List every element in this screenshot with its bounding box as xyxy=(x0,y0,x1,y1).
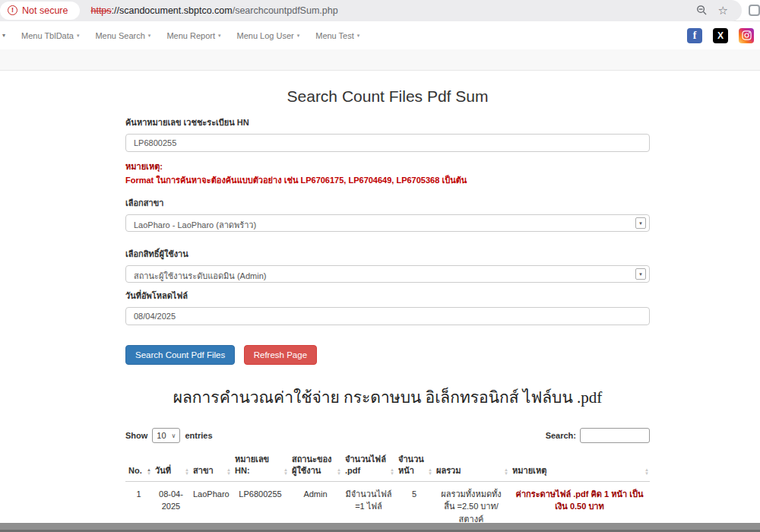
chevron-down-icon: ▾ xyxy=(218,33,221,39)
results-heading: ผลการคำนวณค่าใช้จ่าย กระดาษบน อิเล็กทรอน… xyxy=(125,385,650,410)
url-path: /searchcountpdfSum.php xyxy=(233,5,338,16)
x-twitter-icon[interactable]: X xyxy=(713,28,728,43)
nav-menu-search[interactable]: Menu Search▾ xyxy=(95,31,150,40)
security-chip[interactable]: ! Not secure xyxy=(0,2,80,20)
upload-date-input[interactable] xyxy=(125,307,650,325)
nav-label: Menu TblData xyxy=(21,31,74,40)
col-branch[interactable]: สาขา▲▼ xyxy=(190,449,232,481)
select-caret-icon: ▼ xyxy=(635,217,646,229)
chevron-down-icon: ∨ xyxy=(172,432,176,439)
upload-date-label: วันที่อัพโหลดไฟล์ xyxy=(125,289,650,302)
hn-search-label: ค้นหาหมายเลข เวชชะระเบียน HN xyxy=(125,116,650,129)
sort-icon: ▲▼ xyxy=(504,468,508,476)
chevron-down-icon: ▾ xyxy=(297,33,300,39)
sort-icon: ▲▼ xyxy=(644,468,649,476)
role-select[interactable]: สถานะผู้ใช้งานระดับแอดมิน (Admin)▼ xyxy=(125,265,650,283)
sort-icon: ▲▼ xyxy=(283,468,288,476)
col-user-status[interactable]: สถานะของผู้ใช้งาน▲▼ xyxy=(289,449,342,481)
chevron-down-icon: ▾ xyxy=(77,33,80,39)
nav-menu-tbldata[interactable]: Menu TblData▾ xyxy=(21,31,79,40)
chevron-down-icon: ▾ xyxy=(357,33,360,39)
search-count-pdf-button[interactable]: Search Count Pdf Files xyxy=(125,345,235,365)
role-select-value: สถานะผู้ใช้งานระดับแอดมิน (Admin) xyxy=(134,271,266,280)
table-search-label: Search: xyxy=(546,431,576,440)
sort-icon: ▲▼ xyxy=(147,468,151,476)
nav-label: Menu Log User xyxy=(236,31,293,40)
col-hn[interactable]: หมายเลข HN:▲▼ xyxy=(232,449,289,481)
col-pdf-count[interactable]: จำนวนไฟล์ .pdf▲▼ xyxy=(342,449,395,481)
url-scheme: https xyxy=(90,5,111,16)
col-remark[interactable]: หมายเหตุ▲▼ xyxy=(509,449,650,481)
role-select-label: เลือกสิทธิ์ผู้ใช้งาน xyxy=(125,247,650,261)
branch-select[interactable]: LaoPharo - LaoPharo (ลาดพร้าว)▼ xyxy=(125,214,650,232)
extension-icon[interactable] xyxy=(749,5,760,16)
nav-menu-report[interactable]: Menu Report▾ xyxy=(166,31,220,40)
browser-toolbar: ! Not secure https://scandocument.sbptco… xyxy=(0,0,760,21)
not-secure-warning-icon: ! xyxy=(8,5,17,15)
datatable-controls: Show 10∨ entries Search: xyxy=(125,428,650,443)
url-host: ://scandocument.sbptco.com xyxy=(112,5,233,16)
sort-icon: ▲▼ xyxy=(185,468,189,476)
refresh-page-button[interactable]: Refresh Page xyxy=(244,345,317,365)
show-label: Show xyxy=(125,431,147,440)
col-date[interactable]: วันที่▲▼ xyxy=(152,449,190,481)
nav-menu-test[interactable]: Menu Test▾ xyxy=(315,31,359,40)
col-no[interactable]: No.▲▼ xyxy=(125,449,152,481)
col-total[interactable]: ผลรวม▲▼ xyxy=(433,449,509,481)
select-caret-icon: ▼ xyxy=(635,268,646,280)
nav-label: Menu Report xyxy=(166,31,215,40)
page-url: https://scandocument.sbptco.com/searchco… xyxy=(90,5,337,16)
nav-menu-log-user[interactable]: Menu Log User▾ xyxy=(236,31,299,40)
branch-select-label: เลือกสาขา xyxy=(125,196,650,210)
site-navbar: ▾ Menu TblData▾ Menu Search▾ Menu Report… xyxy=(0,21,760,49)
address-bar[interactable]: ! Not secure https://scandocument.sbptco… xyxy=(0,0,742,21)
nav-label: Menu Test xyxy=(315,31,354,40)
security-badge-label: Not secure xyxy=(22,5,68,16)
zoom-out-icon[interactable] xyxy=(696,5,708,16)
col-page-count[interactable]: จำนวนหน้า▲▼ xyxy=(395,449,433,481)
header-band xyxy=(0,49,760,71)
branch-select-value: LaoPharo - LaoPharo (ลาดพร้าว) xyxy=(134,220,256,230)
main-content: Search Count Files Pdf Sum ค้นหาหมายเลข … xyxy=(125,87,650,532)
table-search-input[interactable] xyxy=(580,428,650,443)
page-length-select[interactable]: 10∨ xyxy=(152,428,180,443)
nav-label: Menu Search xyxy=(95,31,144,40)
sort-icon: ▲▼ xyxy=(337,468,341,476)
bookmark-star-icon[interactable]: ☆ xyxy=(718,5,728,16)
navbar-cut-caret-icon[interactable]: ▾ xyxy=(2,32,5,39)
footer-bar xyxy=(0,523,760,532)
note-label: หมายเหตุ: xyxy=(125,160,650,173)
table-header-row: No.▲▼ วันที่▲▼ สาขา▲▼ หมายเลข HN:▲▼ สถาน… xyxy=(125,449,650,481)
entries-label: entries xyxy=(185,431,212,440)
results-table: No.▲▼ วันที่▲▼ สาขา▲▼ หมายเลข HN:▲▼ สถาน… xyxy=(125,449,650,532)
facebook-icon[interactable]: f xyxy=(687,28,702,43)
sort-icon: ▲▼ xyxy=(226,468,231,476)
instagram-icon[interactable] xyxy=(739,28,754,43)
hn-search-input[interactable] xyxy=(125,134,650,152)
chevron-down-icon: ▾ xyxy=(148,33,151,39)
page-length-value: 10 xyxy=(157,431,166,440)
note-format-text: Format ในการค้นหาจะต้องค้นแบบตัวอย่าง เช… xyxy=(125,173,650,187)
sort-icon: ▲▼ xyxy=(390,468,394,476)
page-title: Search Count Files Pdf Sum xyxy=(125,87,650,106)
sort-icon: ▲▼ xyxy=(428,468,432,476)
